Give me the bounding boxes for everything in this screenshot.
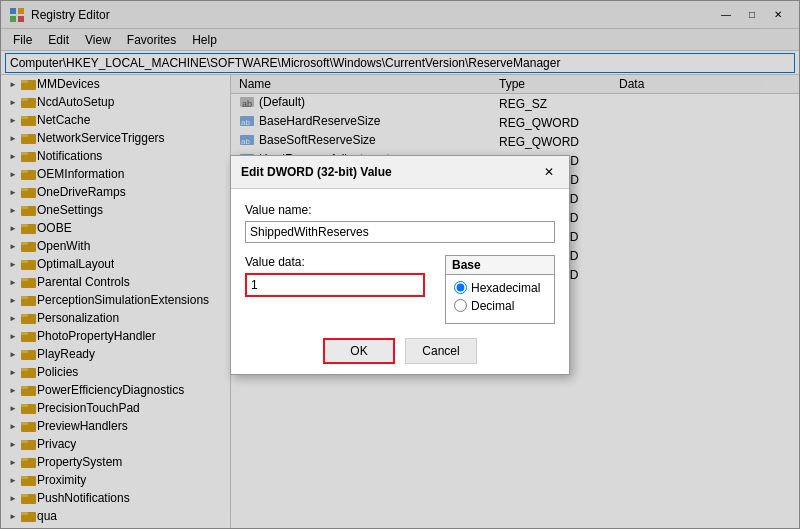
value-data-label: Value data: (245, 255, 425, 269)
dialog-title-bar: Edit DWORD (32-bit) Value ✕ (231, 156, 569, 189)
value-data-input[interactable] (245, 273, 425, 297)
base-title: Base (445, 255, 555, 275)
base-options: Hexadecimal Decimal (445, 275, 555, 324)
dialog-title: Edit DWORD (32-bit) Value (241, 165, 392, 179)
value-name-input[interactable] (245, 221, 555, 243)
data-column: Value data: (245, 255, 425, 297)
ok-button[interactable]: OK (323, 338, 395, 364)
dialog-close-button[interactable]: ✕ (539, 162, 559, 182)
decimal-option: Decimal (454, 299, 546, 313)
hexadecimal-label: Hexadecimal (471, 281, 540, 295)
edit-dword-dialog: Edit DWORD (32-bit) Value ✕ Value name: … (230, 155, 570, 375)
value-name-label: Value name: (245, 203, 555, 217)
modal-overlay: Edit DWORD (32-bit) Value ✕ Value name: … (0, 0, 800, 529)
hexadecimal-radio[interactable] (454, 281, 467, 294)
dialog-body: Value name: Value data: Base Hexadecimal (231, 189, 569, 374)
decimal-label: Decimal (471, 299, 514, 313)
cancel-button[interactable]: Cancel (405, 338, 477, 364)
base-column: Base Hexadecimal Decimal (445, 255, 555, 324)
decimal-radio[interactable] (454, 299, 467, 312)
hexadecimal-option: Hexadecimal (454, 281, 546, 295)
dialog-buttons: OK Cancel (245, 338, 555, 364)
dialog-row: Value data: Base Hexadecimal (245, 255, 555, 324)
